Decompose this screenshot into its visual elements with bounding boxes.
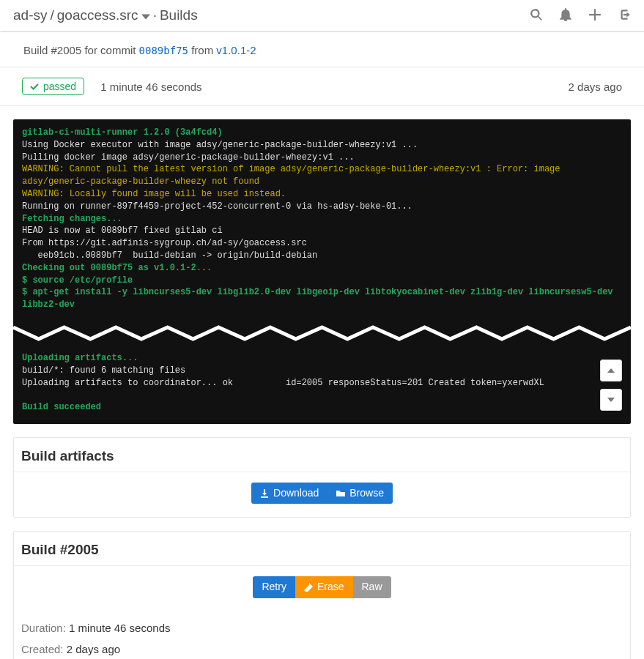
log-bottom: Uploading artifacts... build/*: found 6 … [13, 345, 631, 424]
build-header: Build #2005 for commit 0089bf75 from v1.… [0, 31, 644, 67]
eraser-icon [304, 583, 313, 592]
plus-icon[interactable] [588, 8, 602, 23]
log-top: gitlab-ci-multi-runner 1.2.0 (3a4fcd4) U… [13, 119, 631, 321]
artifacts-body: Download Browse [14, 472, 630, 517]
detail-value: 2 days ago [67, 643, 120, 655]
chevron-down-icon[interactable] [141, 7, 150, 23]
top-header: ad-sy / goaccess.src · Builds [0, 0, 644, 31]
breadcrumb-group[interactable]: ad-sy [13, 7, 47, 23]
log-truncation-indicator [13, 320, 631, 346]
log-line: $ apt-get install -y libncurses5-dev lib… [22, 287, 618, 310]
erase-label: Erase [317, 581, 344, 592]
build-action-buttons: Retry Erase Raw [253, 576, 391, 597]
log-line: Pulling docker image adsy/generic-packag… [22, 152, 355, 163]
build-actions-body: Retry Erase Raw [14, 566, 630, 611]
commit-link[interactable]: 0089bf75 [139, 45, 188, 56]
build-title-line: Build #2005 for commit 0089bf75 from v1.… [23, 44, 622, 56]
build-time-ago: 2 days ago [569, 81, 622, 93]
breadcrumb-section-sep: · [153, 7, 157, 23]
build-from: from [188, 44, 216, 56]
log-line: Running on runner-897f4459-project-452-c… [22, 201, 412, 212]
search-icon[interactable] [530, 8, 543, 23]
branch-link[interactable]: v1.0.1-2 [216, 44, 256, 56]
scroll-top-button[interactable] [600, 360, 622, 381]
bell-icon[interactable] [559, 8, 572, 23]
sign-out-icon[interactable] [618, 8, 631, 23]
detail-value: 1 minute 46 seconds [69, 622, 170, 634]
log-line: Build succeeded [22, 402, 101, 412]
detail-label: Duration: [21, 622, 69, 634]
log-container: gitlab-ci-multi-runner 1.2.0 (3a4fcd4) U… [13, 119, 631, 424]
breadcrumb-sep: / [50, 7, 53, 23]
log-line: WARNING: Locally found image will be use… [22, 189, 286, 199]
status-badge: passed [22, 78, 84, 95]
retry-label: Retry [262, 581, 286, 592]
raw-label: Raw [362, 581, 382, 592]
download-icon [260, 489, 269, 498]
status-label: passed [43, 81, 76, 92]
log-line: $ source /etc/profile [22, 275, 133, 286]
raw-button[interactable]: Raw [353, 576, 391, 597]
browse-button[interactable]: Browse [327, 483, 393, 504]
chevron-down-icon [607, 396, 615, 403]
log-line: eeb91cb..0089bf7 build-debian -> origin/… [22, 250, 317, 261]
erase-button[interactable]: Erase [295, 576, 353, 597]
build-actions-panel: Build #2005 Retry Erase Raw Duration: 1 … [13, 531, 631, 659]
status-row: passed 1 minute 46 seconds 2 days ago [0, 67, 644, 106]
check-icon [30, 82, 39, 91]
log-line: Fetching changes... [22, 214, 122, 224]
log-line: Using Docker executor with image adsy/ge… [22, 140, 418, 150]
build-details: Duration: 1 minute 46 seconds Created: 2… [14, 611, 630, 659]
chevron-up-icon [607, 367, 615, 374]
detail-duration: Duration: 1 minute 46 seconds [21, 617, 623, 638]
header-actions [530, 8, 631, 23]
log-line: Uploading artifacts... [22, 353, 138, 363]
log-line: Checking out 0089bf75 as v1.0.1-2... [22, 263, 212, 273]
download-button[interactable]: Download [251, 483, 327, 504]
download-label: Download [273, 488, 319, 499]
build-actions-title: Build #2005 [14, 532, 630, 566]
log-line: build/*: found 6 matching files [22, 365, 185, 376]
log-line: gitlab-ci-multi-runner 1.2.0 (3a4fcd4) [22, 127, 223, 138]
detail-created: Created: 2 days ago [21, 638, 623, 659]
build-prefix: Build #2005 for commit [23, 44, 139, 56]
artifacts-panel: Build artifacts Download Browse [13, 437, 631, 518]
breadcrumb-project[interactable]: goaccess.src [57, 7, 138, 23]
log-line: From https://git.adfinis-sygroup.ch/ad-s… [22, 238, 307, 248]
log-scroll-nav [600, 360, 622, 411]
browse-label: Browse [349, 488, 384, 499]
artifacts-title: Build artifacts [14, 438, 630, 472]
retry-button[interactable]: Retry [253, 576, 295, 597]
folder-icon [336, 489, 345, 498]
scroll-bottom-button[interactable] [600, 389, 622, 411]
artifacts-buttons: Download Browse [251, 483, 393, 504]
breadcrumb-section[interactable]: Builds [160, 7, 198, 23]
log-line: WARNING: Cannot pull the latest version … [22, 164, 566, 187]
detail-label: Created: [21, 643, 67, 655]
build-duration: 1 minute 46 seconds [100, 81, 201, 93]
breadcrumb: ad-sy / goaccess.src · Builds [13, 7, 198, 23]
log-line: HEAD is now at 0089bf7 fixed gitlab ci [22, 226, 223, 236]
log-line: Uploading artifacts to coordinator... ok… [22, 378, 544, 388]
